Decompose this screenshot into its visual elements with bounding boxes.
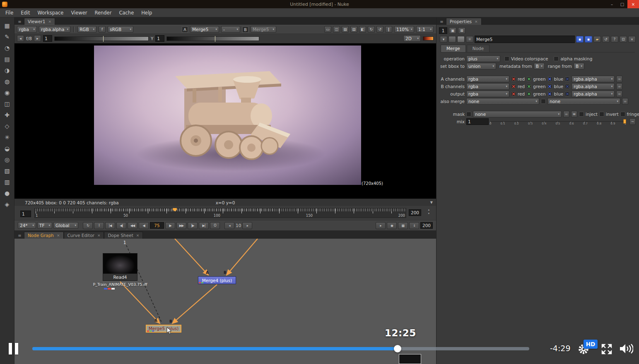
- lightbulb-icon[interactable]: ☼: [466, 36, 473, 43]
- merge-toolbox-icon[interactable]: ◫: [2, 98, 12, 109]
- zoom-select[interactable]: 110%: [394, 26, 414, 33]
- menu-item[interactable]: Viewer: [67, 8, 91, 17]
- prev-keyframe-icon[interactable]: ◀|: [116, 222, 126, 229]
- animation-menu-icon[interactable]: ~: [629, 118, 636, 125]
- help-icon[interactable]: ?: [611, 36, 618, 43]
- gamma-field[interactable]: [155, 35, 164, 42]
- last-frame-icon[interactable]: ▶|: [199, 222, 209, 229]
- close-tab-icon[interactable]: ×: [48, 19, 51, 24]
- b-alpha-layer-select[interactable]: rgba.alpha: [571, 83, 615, 90]
- filter-toolbox-icon[interactable]: ◍: [2, 76, 12, 87]
- step-forward-icon[interactable]: ▶▶: [176, 222, 186, 229]
- menu-item[interactable]: Edit: [17, 8, 34, 17]
- close-tab-icon[interactable]: ×: [136, 233, 140, 237]
- sample-color-swatch[interactable]: [423, 36, 434, 41]
- cycle-icon[interactable]: ↻: [83, 222, 93, 229]
- equals-button[interactable]: =: [622, 98, 628, 105]
- alpha-layer-select[interactable]: rgba.alpha: [39, 26, 70, 33]
- step-increment-icon[interactable]: ▸: [242, 222, 252, 229]
- status-expand-icon[interactable]: ▼: [430, 201, 433, 204]
- also-merge-select[interactable]: none: [466, 98, 539, 105]
- spin-up-icon[interactable]: ▴: [428, 208, 429, 212]
- pause-render-icon[interactable]: ‖: [385, 26, 392, 33]
- pin-panel-icon[interactable]: ▣: [449, 27, 456, 34]
- tab-dope-sheet[interactable]: Dope Sheet ×: [104, 232, 143, 239]
- transform-toolbox-icon[interactable]: ✚: [2, 109, 12, 120]
- a-alpha-layer-select[interactable]: rgba.alpha: [571, 76, 615, 82]
- input-a-badge[interactable]: A: [182, 26, 188, 33]
- blue-checkbox[interactable]: [547, 77, 552, 81]
- wipe-icon[interactable]: ▨: [342, 26, 349, 33]
- pause-button[interactable]: [9, 343, 18, 354]
- mix-slider[interactable]: 00.10.20.30.40.50.60.70.80.91: [490, 118, 627, 125]
- mask-equals-button[interactable]: =: [563, 111, 569, 117]
- a-layer-select[interactable]: rgba: [466, 76, 509, 82]
- menu-item[interactable]: Workspace: [34, 8, 68, 17]
- capture-icon[interactable]: ◉: [387, 222, 397, 229]
- colorspace-select[interactable]: sRGB: [108, 26, 133, 33]
- play-backward-icon[interactable]: ◀: [139, 222, 149, 229]
- overlay-icon[interactable]: ◧: [359, 26, 366, 33]
- range-spinner[interactable]: ▴ ▾: [428, 208, 429, 216]
- green-checkbox[interactable]: [526, 84, 531, 89]
- first-frame-icon[interactable]: |◀: [105, 222, 115, 229]
- mask-enable-checkbox[interactable]: [466, 112, 471, 117]
- bbox-select[interactable]: union: [466, 63, 496, 69]
- frame-range-mode-select[interactable]: Global: [53, 222, 78, 229]
- particles-toolbox-icon[interactable]: ✳: [2, 132, 12, 143]
- node-name-field[interactable]: [475, 36, 575, 43]
- video-colorspace-checkbox[interactable]: [504, 56, 509, 61]
- clear-panels-icon[interactable]: ⊠: [458, 27, 465, 34]
- alpha-checkbox[interactable]: [565, 84, 570, 89]
- spin-down-icon[interactable]: ▾: [428, 212, 429, 216]
- last-frame-field[interactable]: [420, 222, 433, 229]
- alpha-checkbox[interactable]: [565, 77, 570, 81]
- image-toolbox-icon[interactable]: ▦: [2, 20, 12, 31]
- green-checkbox[interactable]: [526, 91, 531, 96]
- green-checkbox[interactable]: [526, 77, 531, 81]
- toolsets-toolbox-icon[interactable]: ▥: [2, 176, 12, 187]
- revert-icon[interactable]: ↺: [602, 36, 610, 43]
- gain-slider[interactable]: [54, 36, 149, 41]
- tab-viewer1[interactable]: Viewer1 ×: [24, 18, 55, 25]
- input-b-select[interactable]: Merge5: [251, 26, 276, 33]
- refresh-icon[interactable]: ↻: [368, 26, 375, 33]
- range-out-button[interactable]: O: [210, 222, 220, 229]
- close-panel-icon[interactable]: ×: [628, 36, 636, 43]
- menu-item[interactable]: Help: [137, 8, 156, 17]
- close-tab-icon[interactable]: ×: [57, 233, 60, 237]
- node-graph-canvas[interactable]: 1 Read4 P_Train_ANIMATE_V03.75.iff A B M…: [14, 239, 436, 364]
- view-mode-select[interactable]: 2D: [403, 35, 421, 42]
- tab-node[interactable]: Node: [467, 45, 489, 52]
- node-read4[interactable]: Read4 P_Train_ANIMATE_V03.75.iff: [103, 253, 137, 281]
- alpha-checkbox[interactable]: [565, 91, 570, 96]
- play-forward-icon[interactable]: ▶: [165, 222, 175, 229]
- color-toolbox-icon[interactable]: ◑: [2, 65, 12, 76]
- inject-checkbox[interactable]: [579, 112, 584, 117]
- output-layer-select[interactable]: rgba: [466, 91, 509, 97]
- fstop-prev-icon[interactable]: ◂: [17, 35, 24, 42]
- next-keyframe-icon[interactable]: |▶: [188, 222, 198, 229]
- node-color-swatch[interactable]: [449, 36, 456, 43]
- checkerboard-icon[interactable]: ▤: [350, 26, 357, 33]
- range-end-field[interactable]: [409, 209, 421, 216]
- volume-button[interactable]: [619, 343, 633, 356]
- panel-menu-icon[interactable]: ≡: [17, 232, 23, 238]
- postage-stamp-icon[interactable]: ▪: [576, 36, 584, 43]
- output-alpha-layer-select[interactable]: rgba.alpha: [571, 91, 615, 97]
- flipbook-icon[interactable]: ▸: [376, 222, 386, 229]
- lock-range-icon[interactable]: ▩: [398, 222, 408, 229]
- deep-toolbox-icon[interactable]: ◒: [2, 143, 12, 154]
- red-checkbox[interactable]: [511, 77, 516, 81]
- float-panel-icon[interactable]: ⊡: [620, 36, 627, 43]
- time-toolbox-icon[interactable]: ◔: [2, 42, 12, 53]
- equals-button[interactable]: =: [616, 83, 622, 90]
- blue-checkbox[interactable]: [547, 84, 552, 89]
- views-toolbox-icon[interactable]: ◎: [2, 154, 12, 165]
- other-toolbox-icon[interactable]: ●: [2, 187, 12, 199]
- collapse-icon[interactable]: ▾: [440, 36, 447, 43]
- step-decrement-icon[interactable]: ◂: [224, 222, 234, 229]
- presets-icon[interactable]: ▰: [593, 36, 601, 43]
- mix-slider-handle[interactable]: [623, 119, 626, 124]
- b-layer-select[interactable]: rgba: [466, 83, 509, 90]
